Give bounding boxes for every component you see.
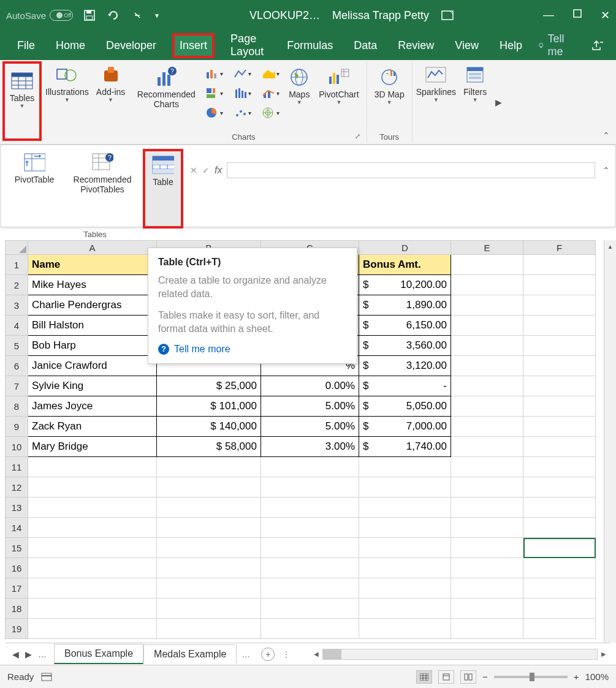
cell-E13[interactable] [451, 497, 523, 518]
tab-home[interactable]: Home [51, 36, 90, 56]
cell-D4[interactable]: $6,150.00 [359, 316, 451, 336]
maps-button[interactable]: Maps ▼ [284, 64, 314, 108]
cell-F6[interactable] [523, 356, 596, 376]
cell-A13[interactable] [28, 497, 157, 518]
sheet-tab-medals[interactable]: Medals Example [143, 645, 237, 663]
cell-A10[interactable]: Mary Bridge [28, 437, 157, 457]
cell-A9[interactable]: Zack Ryan [28, 417, 157, 437]
cell-F7[interactable] [523, 376, 596, 396]
zoom-out-button[interactable]: − [482, 671, 488, 682]
cell-E17[interactable] [451, 578, 523, 599]
sheet-nav-prev-icon[interactable]: ▶ [25, 649, 32, 659]
filters-button[interactable]: Filters ▼ [460, 61, 490, 143]
cell-B16[interactable] [157, 558, 261, 578]
cell-F4[interactable] [523, 316, 596, 336]
cell-B17[interactable] [157, 578, 261, 599]
scroll-right-icon[interactable]: ▶ [598, 648, 610, 660]
row-head-17[interactable]: 17 [5, 578, 28, 599]
recommended-pivottables-button[interactable]: ? Recommended PivotTables [63, 149, 142, 197]
row-head-5[interactable]: 5 [5, 336, 28, 356]
row-head-8[interactable]: 8 [5, 396, 28, 417]
cell-D18[interactable] [359, 599, 451, 619]
ribbon-display-icon[interactable] [441, 10, 454, 20]
pivotchart-button[interactable]: PivotChart ▼ [315, 64, 362, 108]
sheet-nav-first-icon[interactable]: ◀ [12, 649, 19, 659]
cell-A17[interactable] [28, 578, 157, 599]
cell-F17[interactable] [523, 578, 596, 599]
cell-F11[interactable] [523, 457, 596, 477]
cell-A16[interactable] [28, 558, 157, 578]
cell-D13[interactable] [359, 497, 451, 518]
row-head-6[interactable]: 6 [5, 356, 28, 376]
cell-E5[interactable] [451, 336, 523, 356]
collapse-ribbon-icon[interactable]: ⌃ [603, 130, 610, 140]
cell-E2[interactable] [451, 275, 523, 295]
tab-developer[interactable]: Developer [101, 36, 161, 56]
cell-E9[interactable] [451, 417, 523, 437]
cell-F16[interactable] [523, 558, 596, 578]
cell-A8[interactable]: James Joyce [28, 396, 157, 417]
row-head-16[interactable]: 16 [5, 558, 28, 578]
cell-C9[interactable]: 5.00% [261, 417, 359, 437]
formula-bar[interactable] [227, 162, 595, 178]
cell-E16[interactable] [451, 558, 523, 578]
cell-E11[interactable] [451, 457, 523, 477]
row-head-14[interactable]: 14 [5, 518, 28, 538]
cell-A2[interactable]: Mike Hayes [28, 275, 157, 295]
cell-B12[interactable] [157, 477, 261, 497]
sparklines-button[interactable]: Sparklines ▼ [413, 61, 460, 143]
cell-E6[interactable] [451, 356, 523, 376]
cell-C11[interactable] [261, 457, 359, 477]
row-head-18[interactable]: 18 [5, 599, 28, 619]
cell-C16[interactable] [261, 558, 359, 578]
cell-F18[interactable] [523, 599, 596, 619]
cell-B18[interactable] [157, 599, 261, 619]
select-all-button[interactable] [5, 240, 28, 255]
autosave-toggle[interactable]: AutoSave Off [6, 10, 73, 21]
cell-D8[interactable]: $5,050.00 [359, 396, 451, 417]
tab-help[interactable]: Help [495, 36, 527, 56]
enter-formula-icon[interactable]: ✓ [202, 165, 210, 175]
cell-D7[interactable]: $- [359, 376, 451, 396]
addins-button[interactable]: Add-ins ▼ [93, 61, 129, 143]
cell-D5[interactable]: $3,560.00 [359, 336, 451, 356]
cell-F15[interactable] [523, 538, 596, 558]
table-button[interactable]: Table [143, 149, 183, 229]
cell-C10[interactable]: 3.00% [261, 437, 359, 457]
scroll-left-icon[interactable]: ◀ [310, 648, 322, 660]
combo-chart-icon[interactable]: ▾ [259, 85, 282, 102]
cell-B7[interactable]: $ 25,000 [157, 376, 261, 396]
cell-D15[interactable] [359, 538, 451, 558]
zoom-level[interactable]: 100% [585, 671, 609, 682]
hierarchy-chart-icon[interactable]: ▾ [202, 85, 226, 102]
maximize-button[interactable] [572, 9, 582, 22]
row-head-1[interactable]: 1 [5, 255, 28, 275]
cell-E4[interactable] [451, 316, 523, 336]
col-head-A[interactable]: A [28, 240, 157, 255]
tab-formulas[interactable]: Formulas [282, 36, 338, 56]
cell-A3[interactable]: Charlie Pendergras [28, 295, 157, 316]
cell-A5[interactable]: Bob Harp [28, 336, 157, 356]
cell-D3[interactable]: $1,890.00 [359, 295, 451, 316]
cell-C19[interactable] [261, 619, 359, 639]
cell-B15[interactable] [157, 538, 261, 558]
cell-E3[interactable] [451, 295, 523, 316]
3d-map-button[interactable]: 3D Map ▼ [371, 64, 408, 108]
cell-C15[interactable] [261, 538, 359, 558]
save-icon[interactable] [84, 10, 95, 21]
area-chart-icon[interactable]: ▾ [259, 65, 282, 82]
charts-dialog-launcher-icon[interactable]: ⤢ [355, 132, 360, 140]
cell-F19[interactable] [523, 619, 596, 639]
row-head-10[interactable]: 10 [5, 437, 28, 457]
redo-icon[interactable] [133, 11, 142, 20]
ribbon-scroll-right-icon[interactable]: ▶ [490, 61, 507, 143]
pie-chart-icon[interactable]: ▾ [202, 104, 226, 121]
tell-me-input[interactable]: Tell me [547, 32, 568, 58]
cell-D9[interactable]: $7,000.00 [359, 417, 451, 437]
cell-C8[interactable]: 5.00% [261, 396, 359, 417]
surface-chart-icon[interactable]: ▾ [259, 104, 282, 121]
pivottable-button[interactable]: PivotTable [7, 149, 62, 187]
sheet-nav-more-icon[interactable]: … [38, 649, 47, 659]
cell-F14[interactable] [523, 518, 596, 538]
recommended-charts-button[interactable]: ? Recommended Charts [132, 64, 200, 112]
